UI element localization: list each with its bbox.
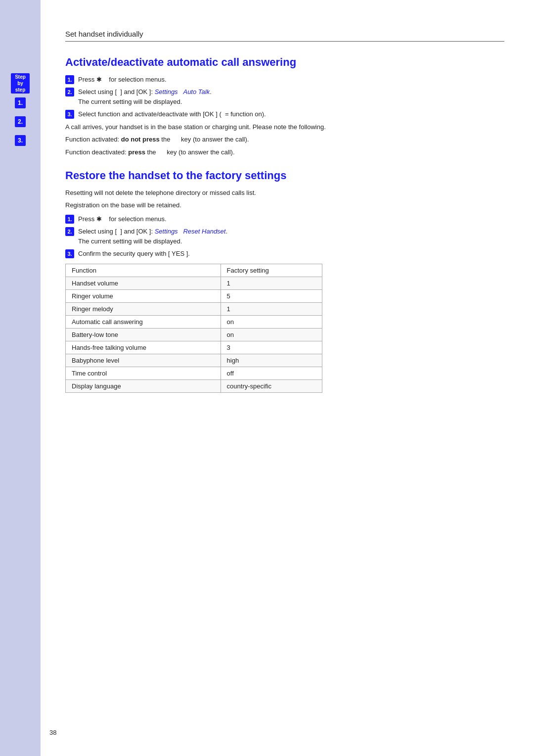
auto-answering-steps-sidebar: 1. 2. 3. bbox=[15, 97, 26, 150]
table-cell-value: 1 bbox=[221, 277, 322, 289]
auto-step-2-sidebar: 2. bbox=[15, 116, 26, 127]
restore-step-3-row: 3. Confirm the security query with [ YES… bbox=[65, 249, 504, 259]
restore-step-3-num: 3. bbox=[65, 249, 74, 258]
restore-step-1-text: Press ✱ for selection menus. bbox=[78, 214, 167, 224]
table-cell-function: Babyphone level bbox=[66, 354, 221, 367]
table-row: Handset volume1 bbox=[66, 277, 322, 289]
restore-step-2-row: 2. Select using [ ] and [OK ]: Settings … bbox=[65, 227, 504, 246]
table-cell-value: 1 bbox=[221, 302, 322, 315]
auto-step-1-row: 1. Press ✱ for selection menus. bbox=[65, 75, 504, 85]
auto-answering-heading: Activate/deactivate automatic call answe… bbox=[65, 55, 504, 70]
step-label-line2: by bbox=[11, 81, 30, 86]
table-cell-value: on bbox=[221, 315, 322, 328]
table-cell-function: Ringer melody bbox=[66, 302, 221, 315]
table-cell-value: high bbox=[221, 354, 322, 367]
table-cell-function: Hands-free talking volume bbox=[66, 341, 221, 354]
table-row: Battery-low toneon bbox=[66, 328, 322, 341]
table-row: Display languagecountry-specific bbox=[66, 379, 322, 392]
sidebar: Step by step 1. 2. 3. bbox=[0, 0, 41, 756]
auto-step-1-sidebar: 1. bbox=[15, 97, 26, 108]
table-cell-function: Automatic call answering bbox=[66, 315, 221, 328]
restore-note1: Resetting will not delete the telephone … bbox=[65, 188, 504, 198]
restore-section: Restore the handset to the factory setti… bbox=[65, 169, 504, 393]
auto-answering-section: Activate/deactivate automatic call answe… bbox=[65, 55, 504, 157]
main-content: Set handset individually Activate/deacti… bbox=[41, 0, 534, 756]
page-container: Step by step 1. 2. 3. Set handset indivi… bbox=[0, 0, 534, 756]
auto-deactivated: Function deactivated: press the key (to … bbox=[65, 147, 504, 157]
step-label-line3: step bbox=[11, 86, 30, 94]
table-cell-value: 3 bbox=[221, 341, 322, 354]
restore-step-3-text: Confirm the security query with [ YES ]. bbox=[78, 249, 190, 259]
restore-step-2-text: Select using [ ] and [OK ]: Settings Res… bbox=[78, 227, 227, 246]
auto-step-2-text: Select using [ ] and [OK ]: Settings Aut… bbox=[78, 87, 212, 106]
restore-note2: Registration on the base will be retaine… bbox=[65, 200, 504, 210]
table-row: Time controloff bbox=[66, 367, 322, 379]
table-header-function: Function bbox=[66, 264, 221, 277]
table-row: Ringer volume5 bbox=[66, 289, 322, 302]
section-title: Set handset individually bbox=[65, 30, 504, 42]
auto-step-2-num: 2. bbox=[65, 88, 74, 96]
table-row: Automatic call answeringon bbox=[66, 315, 322, 328]
restore-step-1-row: 1. Press ✱ for selection menus. bbox=[65, 214, 504, 224]
factory-settings-table: Function Factory setting Handset volume1… bbox=[65, 264, 322, 393]
table-row: Hands-free talking volume3 bbox=[66, 341, 322, 354]
restore-step-1-num: 1. bbox=[65, 215, 74, 224]
auto-step-3-text: Select function and activate/deactivate … bbox=[78, 109, 266, 119]
auto-step-3-num: 3. bbox=[65, 110, 74, 119]
table-cell-value: country-specific bbox=[221, 379, 322, 392]
restore-heading: Restore the handset to the factory setti… bbox=[65, 169, 504, 183]
table-cell-value: 5 bbox=[221, 289, 322, 302]
table-row: Ringer melody1 bbox=[66, 302, 322, 315]
auto-step-2-row: 2. Select using [ ] and [OK ]: Settings … bbox=[65, 87, 504, 106]
table-cell-function: Battery-low tone bbox=[66, 328, 221, 341]
table-cell-function: Display language bbox=[66, 379, 221, 392]
table-row: Babyphone levelhigh bbox=[66, 354, 322, 367]
restore-step-2-num: 2. bbox=[65, 227, 74, 236]
table-cell-value: off bbox=[221, 367, 322, 379]
table-cell-function: Handset volume bbox=[66, 277, 221, 289]
auto-step-3-row: 3. Select function and activate/deactiva… bbox=[65, 109, 504, 119]
auto-step-1-text: Press ✱ for selection menus. bbox=[78, 75, 167, 85]
step-by-step-badge: Step by step bbox=[11, 73, 30, 94]
step-label-line1: Step bbox=[11, 73, 30, 81]
table-cell-value: on bbox=[221, 328, 322, 341]
auto-step-1-num: 1. bbox=[65, 75, 74, 84]
table-header-factory: Factory setting bbox=[221, 264, 322, 277]
auto-step-3-sidebar: 3. bbox=[15, 135, 26, 146]
table-cell-function: Time control bbox=[66, 367, 221, 379]
page-number: 38 bbox=[49, 729, 56, 736]
auto-note1: A call arrives, your handset is in the b… bbox=[65, 122, 504, 132]
auto-activated: Function activated: do not press the key… bbox=[65, 135, 504, 144]
table-cell-function: Ringer volume bbox=[66, 289, 221, 302]
